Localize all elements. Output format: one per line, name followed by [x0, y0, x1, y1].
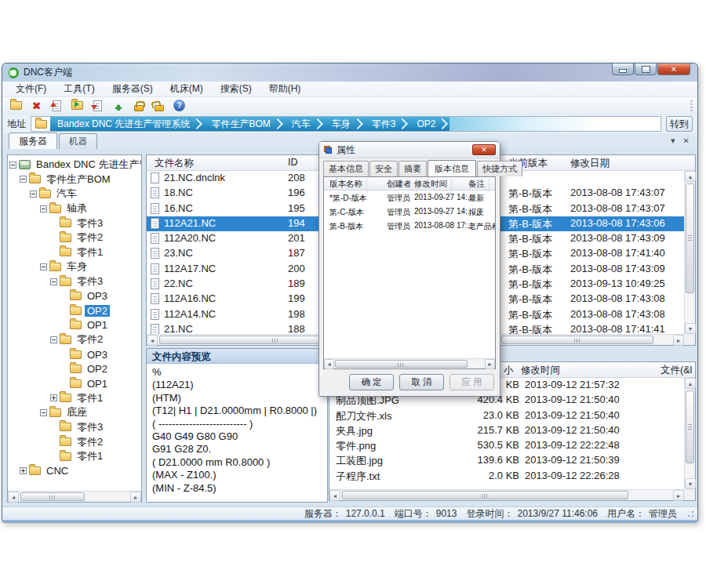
tree-item[interactable]: Bandex DNC 先进生产管理系统	[8, 158, 141, 172]
tree-item[interactable]: OP2	[8, 303, 141, 318]
attachment-row[interactable]: 夹具.jpg 215.7 KB 2013-09-12 21:50:40	[329, 423, 684, 438]
menu-item[interactable]: 搜索(S)	[212, 81, 260, 97]
tree-toggle-icon[interactable]	[50, 394, 57, 401]
scroll-up-icon[interactable]	[685, 171, 696, 182]
tree-item[interactable]: 零件3	[8, 274, 141, 289]
tab-machine[interactable]: 机器	[59, 133, 97, 149]
scroll-left-icon[interactable]	[147, 335, 158, 346]
breadcrumb-segment[interactable]: 零件生产BOM	[204, 117, 284, 131]
scroll-right-icon[interactable]	[485, 359, 495, 369]
column-creator[interactable]: 创建者	[387, 179, 412, 190]
version-row[interactable]: 第-B-版本 2013-08-08 17:43:09	[500, 262, 684, 277]
version-table-row[interactable]: *第-D-版本 管理员 2013-09-27 14:... 最新	[324, 191, 495, 205]
version-table-row[interactable]: 第-B-版本 管理员 2013-08-08 17:... 老产品程序	[324, 219, 495, 233]
panel-close-icon[interactable]	[683, 136, 690, 146]
scroll-right-icon[interactable]	[673, 335, 684, 346]
tree-toggle-icon[interactable]	[40, 205, 47, 212]
tree-item[interactable]: OP1	[8, 318, 141, 333]
lock-icon[interactable]	[131, 98, 146, 113]
download-file-icon[interactable]	[90, 98, 105, 113]
tree-toggle-icon[interactable]	[9, 162, 16, 169]
tree-item[interactable]: OP1	[8, 376, 141, 391]
breadcrumb-segment[interactable]: Bandex DNC 先进生产管理系统	[50, 117, 204, 131]
toolbar-grip[interactable]	[690, 100, 693, 111]
scroll-left-icon[interactable]	[324, 359, 334, 369]
breadcrumb-segment[interactable]: 车身	[325, 117, 365, 131]
tree-item[interactable]: 零件生产BOM	[8, 172, 141, 187]
version-vertical-scrollbar[interactable]	[684, 171, 695, 334]
tree-item[interactable]: 零件1	[8, 449, 141, 464]
minimize-button[interactable]	[612, 64, 634, 75]
column-note[interactable]: 备注	[468, 179, 485, 190]
tree-toggle-icon[interactable]	[40, 263, 47, 270]
dialog-tab[interactable]: 摘要	[398, 161, 427, 176]
menu-item[interactable]: 机床(M)	[162, 81, 212, 97]
go-button[interactable]: 转到	[666, 116, 693, 132]
tree-item[interactable]: CNC	[8, 463, 141, 478]
tree-toggle-icon[interactable]	[20, 467, 27, 474]
tree-item[interactable]: 零件3	[8, 216, 141, 230]
upload-arrow-icon[interactable]	[111, 98, 126, 113]
version-row[interactable]: 第-B-版本 2013-08-08 17:41:40	[500, 246, 684, 261]
dialog-tab[interactable]: 版本信息	[428, 160, 476, 177]
dialog-tab[interactable]: 安全	[369, 161, 398, 176]
menu-item[interactable]: 帮助(H)	[260, 81, 310, 97]
tree-item[interactable]: 零件2	[8, 434, 141, 449]
version-table-row[interactable]: 第-C-版本 管理员 2013-09-27 14:... 报废	[324, 205, 495, 219]
tree-item[interactable]: 底座	[8, 405, 141, 420]
dialog-title-bar[interactable]: 属性	[319, 142, 500, 158]
tree-item[interactable]: 零件2	[8, 230, 141, 245]
column-modified-time[interactable]: 修改时间	[521, 364, 560, 377]
column-modify-time[interactable]: 修改时间	[414, 179, 447, 190]
version-row[interactable]: 第-B-版本 2013-08-08 17:43:07	[500, 201, 684, 216]
tree-item[interactable]: 零件1	[8, 245, 141, 260]
dialog-close-button[interactable]	[472, 144, 496, 155]
scroll-down-icon[interactable]	[685, 478, 696, 489]
version-row[interactable]: 第-B-版本 2013-08-08 17:43:06	[500, 216, 684, 231]
column-modified-date[interactable]: 修改日期	[570, 157, 610, 170]
tree-item[interactable]: OP3	[8, 289, 141, 303]
column-file-name[interactable]: 文件名称	[155, 157, 194, 170]
attachment-row[interactable]: 工装图.jpg 139.6 KB 2013-09-12 21:50:39	[329, 453, 684, 468]
tree-horizontal-scrollbar[interactable]	[8, 491, 141, 502]
breadcrumb-segment[interactable]: OP2	[409, 117, 449, 131]
column-version-name[interactable]: 版本名称	[329, 179, 362, 190]
tree-toggle-icon[interactable]	[20, 176, 27, 183]
maximize-button[interactable]	[635, 64, 657, 75]
scroll-right-icon[interactable]	[130, 492, 141, 503]
title-bar[interactable]: DNC客户端	[2, 64, 697, 82]
version-row[interactable]: 第-B-版本 2013-09-13 10:49:25	[500, 277, 684, 292]
version-horizontal-scrollbar[interactable]	[500, 334, 684, 345]
tree-item[interactable]: 车身	[8, 260, 141, 274]
delete-icon[interactable]	[29, 98, 44, 113]
attachments-horizontal-scrollbar[interactable]	[329, 489, 684, 500]
tree-item[interactable]: OP3	[8, 347, 141, 362]
version-row[interactable]: 第-B-版本 2013-08-08 17:43:07	[500, 186, 684, 201]
tree-toggle-icon[interactable]	[30, 191, 37, 198]
dialog-tab[interactable]: 基本信息	[323, 161, 369, 176]
attachment-row[interactable]: 子程序.txt 2.0 KB 2013-09-12 22:26:28	[329, 469, 684, 484]
scroll-up-icon[interactable]	[685, 378, 696, 389]
tree-toggle-icon[interactable]	[50, 336, 57, 343]
upload-file-icon[interactable]	[49, 98, 64, 113]
scroll-left-icon[interactable]	[329, 490, 340, 501]
cancel-button[interactable]: 取 消	[399, 374, 444, 390]
version-row[interactable]: 第-B-版本 2013-08-08 17:43:09	[500, 231, 684, 246]
scroll-right-icon[interactable]	[673, 490, 684, 501]
dialog-tab[interactable]: 快捷方式	[477, 161, 522, 176]
tree-item[interactable]: 零件3	[8, 420, 141, 435]
tree-toggle-icon[interactable]	[50, 278, 57, 285]
unlock-icon[interactable]	[151, 98, 166, 113]
menu-item[interactable]: 工具(T)	[55, 81, 103, 97]
menu-item[interactable]: 文件(F)	[7, 81, 55, 97]
tree-item[interactable]: 零件2	[8, 332, 141, 347]
panel-menu-icon[interactable]	[671, 136, 675, 146]
breadcrumb-segment[interactable]: 汽车	[285, 117, 325, 131]
scroll-down-icon[interactable]	[685, 323, 696, 334]
close-button[interactable]	[657, 64, 690, 75]
tree-item[interactable]: 零件1	[8, 391, 141, 406]
version-row[interactable]: 第-B-版本 2013-08-08 17:43:08	[500, 307, 684, 322]
breadcrumb-segment[interactable]: 零件3	[365, 117, 410, 131]
scroll-left-icon[interactable]	[8, 492, 19, 503]
resize-grip[interactable]	[686, 509, 694, 517]
